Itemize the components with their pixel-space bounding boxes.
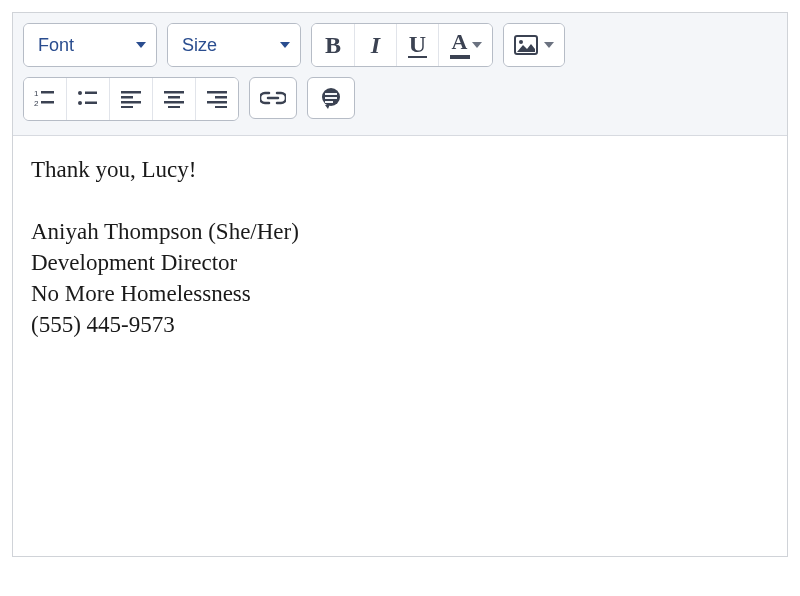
svg-rect-3 [41, 91, 54, 94]
numbered-list-icon: 1 2 [34, 89, 56, 109]
bold-button[interactable]: B [312, 24, 354, 66]
signature-name: Aniyah Thompson (She/Her) [31, 216, 769, 247]
align-center-icon [163, 90, 185, 108]
svg-rect-16 [164, 101, 184, 104]
align-right-icon [206, 90, 228, 108]
svg-rect-21 [215, 106, 227, 108]
toolbar: Font Size B I U A [13, 13, 787, 136]
svg-rect-13 [121, 106, 133, 108]
svg-text:2: 2 [34, 99, 39, 108]
svg-rect-20 [207, 101, 227, 104]
svg-rect-17 [168, 106, 180, 108]
align-left-icon [120, 90, 142, 108]
underline-button[interactable]: U [396, 24, 438, 66]
signature-org: No More Homelessness [31, 278, 769, 309]
size-select-label: Size [182, 35, 217, 56]
comment-button[interactable] [307, 77, 355, 119]
rich-text-editor: Font Size B I U A [12, 12, 788, 557]
svg-point-8 [78, 101, 82, 105]
svg-rect-23 [325, 93, 337, 95]
chevron-down-icon [136, 42, 146, 48]
toolbar-row-1: Font Size B I U A [23, 23, 777, 67]
svg-point-6 [78, 91, 82, 95]
svg-rect-10 [121, 91, 141, 94]
svg-rect-14 [164, 91, 184, 94]
size-group: Size [167, 23, 301, 67]
editor-content[interactable]: Thank you, Lucy! Aniyah Thompson (She/He… [13, 136, 787, 556]
content-line: Thank you, Lucy! [31, 154, 769, 185]
chevron-down-icon [544, 42, 554, 48]
bulleted-list-button[interactable] [66, 78, 109, 120]
svg-rect-9 [85, 102, 97, 105]
link-icon [260, 90, 286, 106]
svg-rect-11 [121, 96, 133, 99]
numbered-list-button[interactable]: 1 2 [24, 78, 66, 120]
image-icon [514, 35, 538, 55]
svg-point-1 [519, 40, 523, 44]
format-group: B I U A [311, 23, 493, 67]
align-center-button[interactable] [152, 78, 195, 120]
text-color-icon: A [450, 31, 470, 59]
toolbar-row-2: 1 2 [23, 77, 777, 121]
align-right-button[interactable] [195, 78, 238, 120]
image-group [503, 23, 565, 67]
signature-title: Development Director [31, 247, 769, 278]
chevron-down-icon [280, 42, 290, 48]
size-select[interactable]: Size [168, 24, 300, 66]
svg-rect-24 [325, 97, 337, 99]
comment-icon [319, 87, 343, 109]
svg-rect-18 [207, 91, 227, 94]
signature-phone: (555) 445-9573 [31, 309, 769, 340]
svg-rect-25 [325, 101, 333, 103]
svg-rect-15 [168, 96, 180, 99]
insert-image-button[interactable] [504, 24, 564, 66]
svg-text:1: 1 [34, 89, 39, 98]
text-color-button[interactable]: A [438, 24, 492, 66]
svg-rect-19 [215, 96, 227, 99]
link-button[interactable] [249, 77, 297, 119]
svg-rect-5 [41, 101, 54, 104]
font-select[interactable]: Font [24, 24, 156, 66]
align-left-button[interactable] [109, 78, 152, 120]
font-select-label: Font [38, 35, 74, 56]
svg-rect-12 [121, 101, 141, 104]
italic-button[interactable]: I [354, 24, 396, 66]
svg-rect-7 [85, 92, 97, 95]
font-group: Font [23, 23, 157, 67]
bulleted-list-icon [77, 89, 99, 109]
list-align-group: 1 2 [23, 77, 239, 121]
chevron-down-icon [472, 42, 482, 48]
